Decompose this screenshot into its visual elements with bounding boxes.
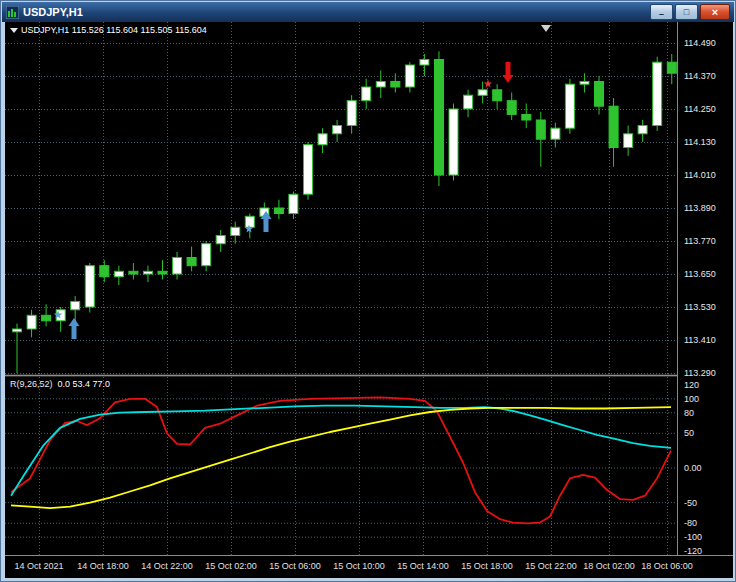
candle	[318, 134, 327, 145]
candle	[595, 82, 604, 107]
candle	[347, 101, 356, 126]
close-button[interactable]: ×	[700, 4, 730, 20]
indicator-name: R(9,26,52)	[10, 379, 53, 389]
time-label: 15 Oct 14:00	[397, 561, 449, 571]
main-grid	[5, 22, 677, 374]
buy-arrow-icon	[69, 318, 80, 339]
time-label: 15 Oct 06:00	[269, 561, 321, 571]
candle	[493, 90, 502, 101]
candle	[13, 329, 22, 332]
candle	[362, 87, 371, 101]
candle	[85, 266, 94, 307]
price-label: 113.290	[684, 368, 716, 378]
candle	[435, 60, 444, 176]
candle	[114, 271, 123, 277]
symbol-caret-icon	[10, 28, 18, 33]
candle	[376, 82, 385, 88]
indicator-axis-label: 120	[684, 380, 699, 390]
right-axis[interactable]: 114.490114.370114.250114.130114.010113.8…	[677, 22, 733, 555]
price-label: 114.010	[684, 170, 716, 180]
time-label: 14 Oct 22:00	[141, 561, 193, 571]
candle	[653, 62, 662, 125]
chart-icon	[6, 6, 19, 19]
chart-shift-icon[interactable]	[541, 25, 551, 32]
price-label: 114.490	[684, 38, 716, 48]
price-label: 113.650	[684, 269, 716, 279]
indicator-canvas[interactable]	[5, 377, 677, 555]
candle	[42, 315, 51, 321]
candle	[202, 244, 211, 266]
indicator-grid	[5, 377, 677, 555]
candle	[405, 65, 414, 87]
candle	[129, 271, 138, 274]
candle	[144, 271, 153, 274]
time-label: 14 Oct 18:00	[77, 561, 129, 571]
indicator-panel[interactable]: R(9,26,52)0.0 53.4 77.0	[5, 377, 677, 555]
candle	[27, 315, 36, 329]
candle	[667, 62, 676, 73]
candle	[333, 126, 342, 134]
candle	[274, 208, 283, 214]
indicator-line-slow-cyan	[11, 406, 671, 496]
candle	[565, 84, 574, 128]
price-label: 113.410	[684, 335, 716, 345]
candle	[173, 258, 182, 275]
sell-star-icon	[484, 80, 493, 88]
time-label: 18 Oct 02:00	[583, 561, 635, 571]
sell-arrow-icon	[503, 62, 514, 83]
chart-client-area: USDJPY,H1 115.526 115.604 115.505 115.60…	[5, 22, 733, 578]
candle	[420, 60, 429, 66]
candle	[100, 266, 109, 277]
candle	[522, 115, 531, 121]
candle	[216, 236, 225, 244]
minimize-icon: –	[659, 9, 664, 19]
price-label: 114.130	[684, 137, 716, 147]
candle	[478, 90, 487, 96]
indicator-axis-label: 80	[684, 408, 694, 418]
price-label: 113.890	[684, 203, 716, 213]
candle	[245, 216, 254, 227]
price-label: 113.770	[684, 236, 716, 246]
indicator-axis-label: 100	[684, 394, 699, 404]
time-axis[interactable]: 14 Oct 202114 Oct 18:0014 Oct 22:0015 Oc…	[5, 555, 733, 578]
main-chart[interactable]: USDJPY,H1 115.526 115.604 115.505 115.60…	[5, 22, 677, 374]
candle	[638, 126, 647, 134]
time-label: 15 Oct 10:00	[333, 561, 385, 571]
candle	[624, 134, 633, 148]
indicator-values: 0.0 53.4 77.0	[58, 379, 111, 389]
time-label: 15 Oct 22:00	[525, 561, 577, 571]
candle	[158, 271, 167, 274]
candle	[449, 109, 458, 175]
indicator-line-signal-yellow	[11, 407, 671, 508]
candles-layer	[13, 51, 677, 373]
indicator-axis-label: 50	[684, 428, 694, 438]
candle	[289, 194, 298, 213]
time-label: 14 Oct 2021	[14, 561, 63, 571]
signal-markers	[54, 62, 514, 339]
time-label: 15 Oct 02:00	[205, 561, 257, 571]
window-title: USDJPY,H1	[23, 6, 644, 18]
candle	[187, 258, 196, 266]
indicator-label: R(9,26,52)0.0 53.4 77.0	[10, 379, 110, 389]
indicator-axis-label: -120	[684, 546, 702, 556]
indicator-axis-label: -80	[684, 518, 697, 528]
maximize-button[interactable]: □	[675, 4, 698, 20]
ohlc-text: USDJPY,H1 115.526 115.604 115.505 115.60…	[21, 25, 207, 35]
candle	[304, 145, 313, 195]
close-icon: ×	[712, 6, 718, 18]
titlebar[interactable]: USDJPY,H1 – □ ×	[2, 2, 734, 22]
main-chart-canvas[interactable]	[5, 22, 677, 374]
candle	[391, 82, 400, 88]
mt4-chart-window: USDJPY,H1 – □ × USDJPY,H1 115.526 115.60…	[0, 0, 736, 582]
candle	[609, 106, 618, 147]
candle	[580, 82, 589, 85]
minimize-button[interactable]: –	[650, 4, 673, 20]
price-label: 114.250	[684, 104, 716, 114]
price-label: 114.370	[684, 71, 716, 81]
ohlc-readout: USDJPY,H1 115.526 115.604 115.505 115.60…	[10, 25, 207, 35]
indicator-axis-label: -100	[684, 532, 702, 542]
indicator-axis-label: 0.00	[684, 463, 702, 473]
candle	[536, 120, 545, 139]
time-label: 15 Oct 18:00	[461, 561, 513, 571]
candle	[71, 302, 80, 310]
